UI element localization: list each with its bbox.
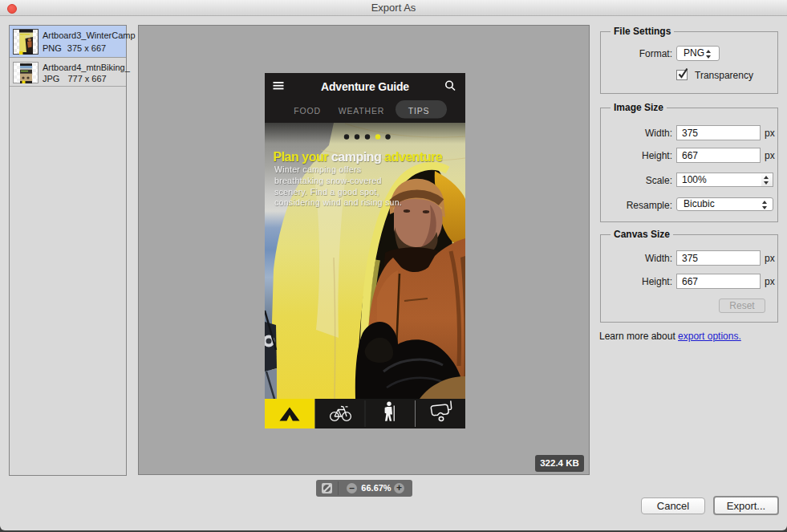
- svg-text:FOOD: FOOD: [294, 106, 321, 116]
- svg-text:Winter camping offers: Winter camping offers: [274, 164, 361, 174]
- svg-text:TIPS: TIPS: [408, 106, 430, 116]
- svg-text:considering wind and rising su: considering wind and rising sun.: [274, 197, 402, 207]
- svg-text:Adventure Guide: Adventure Guide: [321, 80, 409, 93]
- svg-text:scenery. Find a good spot,: scenery. Find a good spot,: [274, 187, 379, 197]
- svg-text:WEATHER: WEATHER: [339, 106, 384, 116]
- svg-text:Plan your camping adventure: Plan your camping adventure: [274, 150, 443, 164]
- svg-text:breathtaking snow-covered: breathtaking snow-covered: [274, 176, 382, 185]
